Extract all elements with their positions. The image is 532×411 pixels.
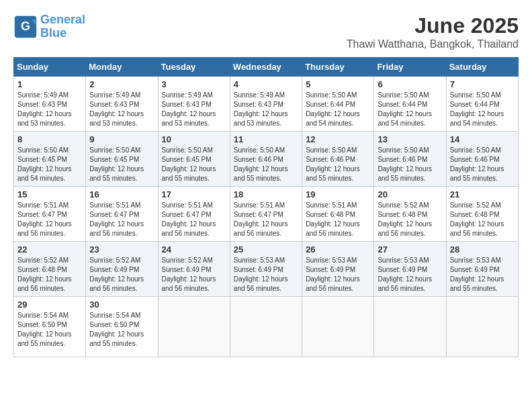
cell-info: Sunrise: 5:51 AMSunset: 6:47 PMDaylight:…	[89, 201, 144, 237]
cell-info: Sunrise: 5:50 AMSunset: 6:46 PMDaylight:…	[378, 146, 432, 182]
column-header-sunday: Sunday	[14, 58, 86, 77]
calendar-cell: 27Sunrise: 5:53 AMSunset: 6:49 PMDayligh…	[374, 242, 446, 297]
cell-info: Sunrise: 5:53 AMSunset: 6:49 PMDaylight:…	[306, 257, 360, 292]
calendar-cell: 19Sunrise: 5:51 AMSunset: 6:48 PMDayligh…	[302, 187, 374, 242]
calendar-cell: 1Sunrise: 5:49 AMSunset: 6:43 PMDaylight…	[14, 77, 86, 132]
calendar-cell	[230, 297, 302, 357]
cell-info: Sunrise: 5:50 AMSunset: 6:45 PMDaylight:…	[17, 146, 72, 182]
calendar-cell: 20Sunrise: 5:52 AMSunset: 6:48 PMDayligh…	[374, 187, 446, 242]
calendar-cell: 8Sunrise: 5:50 AMSunset: 6:45 PMDaylight…	[14, 132, 86, 187]
calendar-cell: 21Sunrise: 5:52 AMSunset: 6:48 PMDayligh…	[446, 187, 518, 242]
day-number: 15	[17, 189, 82, 199]
calendar-cell: 6Sunrise: 5:50 AMSunset: 6:44 PMDaylight…	[374, 77, 446, 132]
day-number: 18	[234, 189, 298, 199]
day-number: 16	[89, 189, 154, 199]
cell-info: Sunrise: 5:49 AMSunset: 6:43 PMDaylight:…	[162, 91, 216, 127]
column-header-saturday: Saturday	[446, 58, 518, 77]
day-number: 7	[450, 79, 515, 89]
cell-info: Sunrise: 5:50 AMSunset: 6:45 PMDaylight:…	[89, 146, 144, 182]
day-number: 14	[450, 134, 515, 144]
column-header-tuesday: Tuesday	[158, 58, 230, 77]
calendar-cell: 11Sunrise: 5:50 AMSunset: 6:46 PMDayligh…	[230, 132, 302, 187]
calendar-cell: 24Sunrise: 5:52 AMSunset: 6:49 PMDayligh…	[158, 242, 230, 297]
day-number: 8	[17, 134, 82, 144]
column-header-thursday: Thursday	[302, 58, 374, 77]
logo-icon: G	[13, 15, 38, 39]
calendar-cell: 2Sunrise: 5:49 AMSunset: 6:43 PMDaylight…	[86, 77, 158, 132]
cell-info: Sunrise: 5:50 AMSunset: 6:46 PMDaylight:…	[306, 146, 360, 182]
day-number: 27	[378, 244, 442, 255]
day-number: 17	[162, 189, 226, 199]
day-number: 3	[162, 79, 226, 89]
day-number: 29	[17, 300, 82, 310]
day-number: 10	[162, 134, 226, 144]
month-title: June 2025	[347, 13, 519, 38]
calendar-week-row: 15Sunrise: 5:51 AMSunset: 6:47 PMDayligh…	[14, 187, 519, 242]
calendar-cell: 29Sunrise: 5:54 AMSunset: 6:50 PMDayligh…	[14, 297, 86, 357]
calendar-cell	[446, 297, 518, 357]
calendar-cell	[302, 297, 374, 357]
page-header: G GeneralBlue June 2025 Thawi Watthana, …	[13, 13, 519, 50]
calendar-cell: 25Sunrise: 5:53 AMSunset: 6:49 PMDayligh…	[230, 242, 302, 297]
calendar-cell: 30Sunrise: 5:54 AMSunset: 6:50 PMDayligh…	[86, 297, 158, 357]
cell-info: Sunrise: 5:51 AMSunset: 6:48 PMDaylight:…	[306, 201, 360, 237]
location-title: Thawi Watthana, Bangkok, Thailand	[347, 38, 519, 50]
calendar-cell: 4Sunrise: 5:49 AMSunset: 6:43 PMDaylight…	[230, 77, 302, 132]
logo: G GeneralBlue	[13, 13, 85, 40]
calendar-cell: 13Sunrise: 5:50 AMSunset: 6:46 PMDayligh…	[374, 132, 446, 187]
column-header-friday: Friday	[374, 58, 446, 77]
calendar-cell: 28Sunrise: 5:53 AMSunset: 6:49 PMDayligh…	[446, 242, 518, 297]
calendar-cell: 3Sunrise: 5:49 AMSunset: 6:43 PMDaylight…	[158, 77, 230, 132]
logo-text: GeneralBlue	[40, 13, 85, 40]
cell-info: Sunrise: 5:50 AMSunset: 6:46 PMDaylight:…	[450, 146, 504, 182]
cell-info: Sunrise: 5:50 AMSunset: 6:45 PMDaylight:…	[162, 146, 216, 182]
cell-info: Sunrise: 5:51 AMSunset: 6:47 PMDaylight:…	[162, 201, 216, 237]
cell-info: Sunrise: 5:50 AMSunset: 6:44 PMDaylight:…	[450, 91, 504, 127]
calendar-cell	[374, 297, 446, 357]
calendar-cell: 18Sunrise: 5:51 AMSunset: 6:47 PMDayligh…	[230, 187, 302, 242]
day-number: 24	[162, 244, 226, 255]
cell-info: Sunrise: 5:52 AMSunset: 6:48 PMDaylight:…	[378, 201, 432, 237]
cell-info: Sunrise: 5:50 AMSunset: 6:44 PMDaylight:…	[306, 91, 360, 127]
cell-info: Sunrise: 5:52 AMSunset: 6:49 PMDaylight:…	[162, 257, 216, 292]
day-number: 25	[234, 244, 298, 255]
cell-info: Sunrise: 5:49 AMSunset: 6:43 PMDaylight:…	[234, 91, 288, 127]
cell-info: Sunrise: 5:53 AMSunset: 6:49 PMDaylight:…	[234, 257, 288, 292]
calendar-week-row: 1Sunrise: 5:49 AMSunset: 6:43 PMDaylight…	[14, 77, 519, 132]
calendar-body: 1Sunrise: 5:49 AMSunset: 6:43 PMDaylight…	[14, 77, 519, 357]
day-number: 12	[306, 134, 370, 144]
cell-info: Sunrise: 5:53 AMSunset: 6:49 PMDaylight:…	[450, 257, 504, 292]
calendar-cell: 17Sunrise: 5:51 AMSunset: 6:47 PMDayligh…	[158, 187, 230, 242]
day-number: 28	[450, 244, 515, 255]
day-number: 6	[378, 79, 442, 89]
cell-info: Sunrise: 5:51 AMSunset: 6:47 PMDaylight:…	[234, 201, 288, 237]
day-number: 5	[306, 79, 370, 89]
day-number: 21	[450, 189, 515, 199]
calendar-table: SundayMondayTuesdayWednesdayThursdayFrid…	[13, 57, 519, 357]
svg-text:G: G	[21, 19, 30, 33]
day-number: 2	[89, 79, 154, 89]
calendar-cell: 7Sunrise: 5:50 AMSunset: 6:44 PMDaylight…	[446, 77, 518, 132]
calendar-cell: 9Sunrise: 5:50 AMSunset: 6:45 PMDaylight…	[86, 132, 158, 187]
column-header-wednesday: Wednesday	[230, 58, 302, 77]
day-number: 9	[89, 134, 154, 144]
calendar-cell: 10Sunrise: 5:50 AMSunset: 6:45 PMDayligh…	[158, 132, 230, 187]
calendar-header-row: SundayMondayTuesdayWednesdayThursdayFrid…	[14, 58, 519, 77]
cell-info: Sunrise: 5:50 AMSunset: 6:44 PMDaylight:…	[378, 91, 432, 127]
day-number: 26	[306, 244, 370, 255]
title-block: June 2025 Thawi Watthana, Bangkok, Thail…	[347, 13, 519, 50]
day-number: 22	[17, 244, 82, 255]
calendar-week-row: 22Sunrise: 5:52 AMSunset: 6:48 PMDayligh…	[14, 242, 519, 297]
day-number: 20	[378, 189, 442, 199]
calendar-cell: 26Sunrise: 5:53 AMSunset: 6:49 PMDayligh…	[302, 242, 374, 297]
cell-info: Sunrise: 5:52 AMSunset: 6:48 PMDaylight:…	[450, 201, 504, 237]
calendar-cell	[158, 297, 230, 357]
day-number: 4	[234, 79, 298, 89]
day-number: 30	[89, 300, 154, 310]
cell-info: Sunrise: 5:52 AMSunset: 6:48 PMDaylight:…	[17, 257, 72, 292]
cell-info: Sunrise: 5:50 AMSunset: 6:46 PMDaylight:…	[234, 146, 288, 182]
calendar-cell: 15Sunrise: 5:51 AMSunset: 6:47 PMDayligh…	[14, 187, 86, 242]
calendar-week-row: 8Sunrise: 5:50 AMSunset: 6:45 PMDaylight…	[14, 132, 519, 187]
day-number: 1	[17, 79, 82, 89]
cell-info: Sunrise: 5:52 AMSunset: 6:49 PMDaylight:…	[89, 257, 144, 292]
